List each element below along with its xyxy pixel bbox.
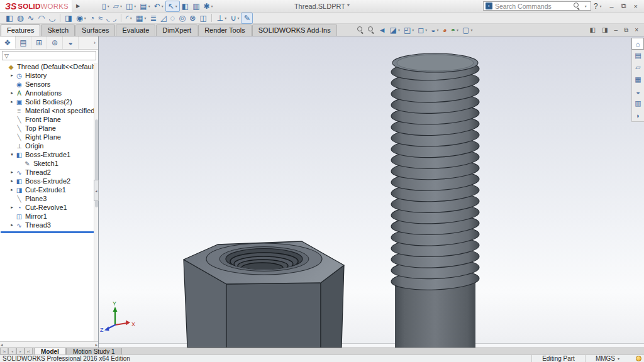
revolved-cut-button[interactable]: ◔ (88, 13, 97, 24)
dropdown-caret[interactable]: ▾ (225, 16, 226, 20)
options-button[interactable]: ✱▾ (202, 1, 215, 12)
instant3d-button[interactable]: ✎ (241, 13, 252, 24)
dropdown-caret[interactable]: ▾ (162, 4, 164, 8)
swept-boss-button[interactable]: ∿ (26, 13, 36, 24)
expand-arrow[interactable]: ▸ (9, 222, 15, 228)
tab-model[interactable]: Model (34, 348, 66, 354)
search-commands-box[interactable]: › Search Commands ▾ (483, 1, 591, 11)
hole-wizard-button[interactable]: ◉▾ (74, 13, 88, 24)
tree-filter-box[interactable]: ▽ (2, 51, 96, 60)
solidworks-resources-tab[interactable]: ⌂ (631, 38, 644, 50)
tree-vertical-scrollbar[interactable] (94, 63, 98, 341)
search-icon[interactable] (574, 3, 580, 9)
display-style-button[interactable]: ◻▾ (416, 25, 429, 36)
hide-show-items-button[interactable]: ◒▾ (429, 25, 440, 36)
pane-previous-button[interactable]: ◧ (587, 24, 599, 36)
doc-minimize-button[interactable]: – (611, 24, 621, 36)
dropdown-caret[interactable]: ▾ (84, 16, 86, 20)
tab-dimxpert[interactable]: DimXpert (156, 25, 197, 36)
tree-item-annotations[interactable]: ▸AAnnotations (0, 89, 98, 97)
configurationmanager-tab[interactable]: ⊞ (31, 36, 47, 49)
linear-pattern-button[interactable]: ▦▾ (134, 13, 148, 24)
close-button[interactable]: × (630, 0, 641, 12)
tree-item-front-plane[interactable]: ╲Front Plane (0, 115, 98, 124)
tree-item-cut-revolve1[interactable]: ▸◔Cut-Revolve1 (0, 203, 98, 212)
nut-model[interactable] (184, 241, 344, 348)
fillet-button[interactable]: ◜▾ (124, 13, 134, 24)
tree-item-history[interactable]: ▸◷History (0, 71, 98, 80)
next-tab-button[interactable]: ▸ (16, 348, 25, 354)
wrap-button[interactable]: ◎ (177, 13, 187, 24)
previous-tab-button[interactable]: ◂ (8, 348, 16, 354)
tree-item-boss-extrude1[interactable]: ▾◧Boss-Extrude1 (0, 150, 98, 159)
view-settings-button[interactable]: ▢▾ (460, 25, 474, 36)
tree-item-boss-extrude2[interactable]: ▸◧Boss-Extrude2 (0, 177, 98, 185)
extruded-boss-button[interactable]: ◧ (4, 13, 15, 24)
tree-item-right-plane[interactable]: ╲Right Plane (0, 133, 98, 141)
graphics-viewport[interactable]: Y X Z ⌂▤▱▦◒▥◗ (99, 36, 644, 348)
minimize-button[interactable]: – (606, 0, 618, 12)
dropdown-caret[interactable]: ▾ (145, 16, 147, 20)
expand-arrow[interactable]: ▸ (9, 205, 15, 210)
dropdown-caret[interactable]: ▾ (108, 4, 109, 8)
tree-item-plane3[interactable]: ╲Plane3 (0, 194, 98, 203)
last-tab-button[interactable]: ▸| (25, 348, 33, 354)
intersect-button[interactable]: ⊗ (187, 13, 197, 24)
expand-arrow[interactable]: ▸ (9, 187, 15, 192)
tab-features[interactable]: Features (1, 25, 40, 36)
tab-motion-study-1[interactable]: Motion Study 1 (66, 348, 122, 354)
appearances-scenes-tab[interactable]: ◒ (632, 85, 644, 97)
tree-item-thread3[interactable]: ▸∿Thread3 (0, 221, 98, 229)
doc-restore-button[interactable]: ⧉ (621, 24, 631, 36)
revolved-boss-button[interactable]: ◍ (15, 13, 26, 24)
dropdown-caret[interactable]: ▾ (148, 4, 150, 8)
zoom-to-area-button[interactable] (366, 25, 377, 36)
select-button[interactable]: ↖▾ (165, 1, 180, 12)
custom-properties-tab[interactable]: ▥ (632, 97, 644, 109)
dimxpertmanager-tab[interactable]: ⊕ (47, 36, 63, 49)
unit-system-selector[interactable]: MMGS▾ (585, 355, 630, 362)
file-explorer-tab[interactable]: ▱ (632, 62, 644, 74)
previous-view-button[interactable]: ◄ (377, 25, 388, 36)
propertymanager-tab[interactable]: ▤ (16, 36, 31, 49)
save-button[interactable]: ◫▾ (124, 1, 138, 12)
rib-button[interactable]: ≣ (148, 13, 158, 24)
tree-item-sensors[interactable]: ◉Sensors (0, 80, 98, 89)
expand-arrow[interactable]: ▸ (9, 170, 15, 175)
scroll-right-arrow[interactable]: ▸ (95, 343, 97, 348)
tab-sketch[interactable]: Sketch (41, 25, 75, 36)
tree-item-mirror1[interactable]: ◫Mirror1 (0, 212, 98, 221)
edit-appearance-button[interactable]: ◕ (441, 25, 449, 36)
boundary-cut-button[interactable]: ◞ (111, 13, 118, 24)
search-dropdown-caret[interactable]: ▾ (585, 4, 587, 8)
rollback-bar[interactable] (1, 231, 94, 233)
open-button[interactable]: ▱▾ (111, 1, 124, 12)
draft-button[interactable]: ◿ (158, 13, 169, 24)
pane-next-button[interactable]: ◨ (599, 24, 611, 36)
panel-splitter-handle[interactable]: ◂ (94, 180, 99, 201)
lofted-cut-button[interactable]: ◟ (104, 13, 111, 24)
shell-button[interactable]: ◌ (169, 13, 177, 24)
undo-button[interactable]: ↶▾ (152, 1, 165, 12)
bolt-model[interactable] (391, 53, 479, 348)
scroll-left-arrow[interactable]: ◂ (1, 343, 3, 348)
expand-arrow[interactable]: ▸ (9, 90, 15, 96)
design-library-tab[interactable]: ▤ (632, 50, 644, 62)
doc-close-button[interactable]: × (631, 24, 641, 36)
dropdown-caret[interactable]: ▾ (120, 4, 122, 8)
expand-arrow[interactable]: ▸ (9, 73, 15, 78)
tab-surfaces[interactable]: Surfaces (75, 25, 115, 36)
expand-arrow[interactable]: ▸ (9, 99, 15, 104)
dropdown-caret[interactable]: ▾ (425, 28, 427, 32)
dropdown-caret[interactable]: ▾ (175, 4, 177, 8)
dropdown-caret[interactable]: ▾ (470, 28, 472, 32)
dropdown-caret[interactable]: ▾ (211, 4, 213, 8)
3d-scene[interactable]: Y X Z (99, 36, 644, 348)
tree-item-sketch1[interactable]: ✎Sketch1 (0, 159, 98, 168)
help-button[interactable]: ?▾ (591, 2, 606, 11)
restore-button[interactable]: ⧉ (618, 0, 630, 12)
apply-scene-button[interactable]: ◓▾ (449, 25, 460, 36)
featuremanager-design-tree-tab[interactable]: ❖ (0, 36, 16, 49)
dropdown-caret[interactable]: ▾ (130, 16, 132, 20)
print-button[interactable]: ▤▾ (138, 1, 152, 12)
